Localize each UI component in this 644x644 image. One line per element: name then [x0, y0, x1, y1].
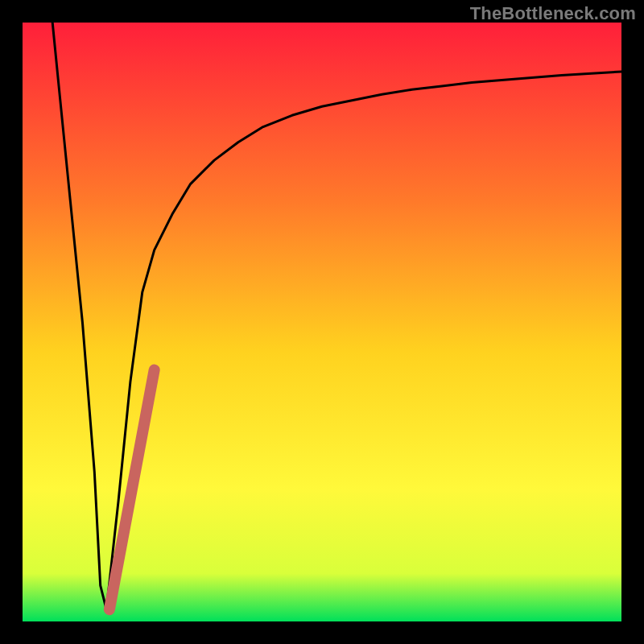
- plot-background: [23, 23, 621, 621]
- bottleneck-chart: [0, 0, 644, 644]
- chart-stage: TheBottleneck.com: [0, 0, 644, 644]
- watermark-label: TheBottleneck.com: [470, 3, 636, 24]
